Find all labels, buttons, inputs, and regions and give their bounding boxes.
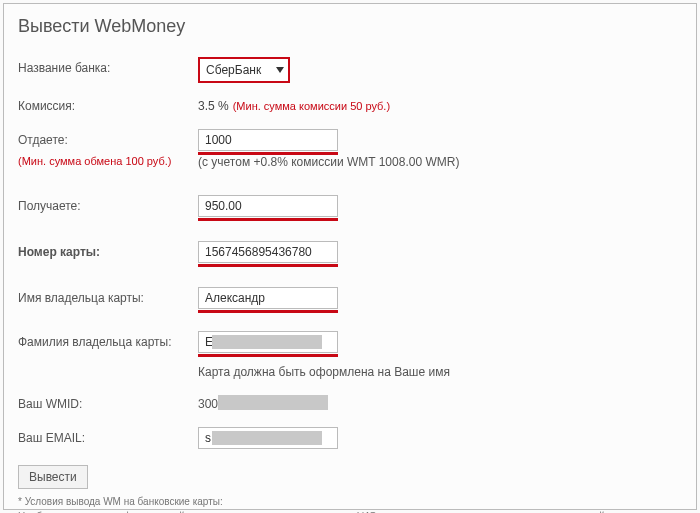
- last-name-label: Фамилия владельца карты:: [18, 331, 198, 349]
- card-notice: Карта должна быть оформлена на Ваше имя: [198, 361, 682, 379]
- wmid-value: 300: [198, 397, 218, 411]
- card-number-input[interactable]: [198, 241, 338, 263]
- wmid-label: Ваш WMID:: [18, 393, 198, 411]
- card-number-label: Номер карты:: [18, 241, 198, 259]
- first-name-label: Имя владельца карты:: [18, 287, 198, 305]
- receive-amount-input[interactable]: [198, 195, 338, 217]
- min-exchange-note: (Мин. сумма обмена 100 руб.): [18, 155, 198, 167]
- give-label: Отдаете:: [18, 129, 198, 147]
- terms-line-2: Необходимо получить формальный аттестат,…: [18, 510, 682, 514]
- redaction-wmid: [218, 395, 328, 410]
- give-note: (с учетом +0.8% комиссии WMT 1008.00 WMR…: [198, 155, 682, 169]
- withdraw-form-panel: Вывести WebMoney Название банка: СберБан…: [3, 3, 697, 510]
- chevron-down-icon: [276, 67, 284, 73]
- redaction-last-name: [212, 335, 322, 349]
- commission-min-note: (Мин. сумма комиссии 50 руб.): [233, 100, 390, 112]
- redaction-email: [212, 431, 322, 445]
- first-name-input[interactable]: [198, 287, 338, 309]
- give-amount-input[interactable]: [198, 129, 338, 151]
- commission-label: Комиссия:: [18, 95, 198, 113]
- receive-label: Получаете:: [18, 195, 198, 213]
- commission-percent: 3.5 %: [198, 99, 229, 113]
- submit-button[interactable]: Вывести: [18, 465, 88, 489]
- bank-select-value: СберБанк: [206, 63, 261, 77]
- terms-line-1: * Условия вывода WM на банковские карты:: [18, 495, 682, 510]
- terms-block: * Условия вывода WM на банковские карты:…: [18, 495, 682, 513]
- bank-select[interactable]: СберБанк: [198, 57, 290, 83]
- page-title: Вывести WebMoney: [18, 16, 682, 37]
- email-label: Ваш EMAIL:: [18, 427, 198, 445]
- bank-name-label: Название банка:: [18, 57, 198, 75]
